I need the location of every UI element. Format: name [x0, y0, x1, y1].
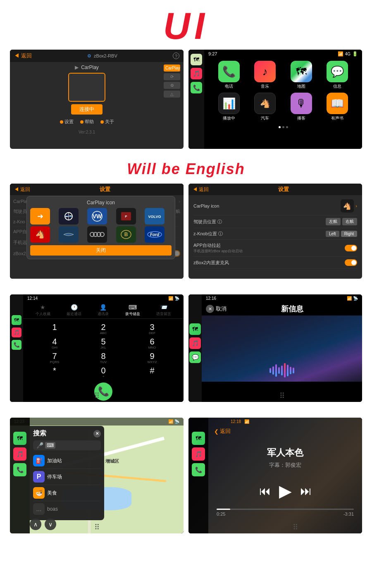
s8-back-btn[interactable]: ❮ 返回 — [214, 428, 231, 435]
home-icon[interactable]: ⠿ — [94, 391, 100, 400]
tab-voicemail-label: 语音留言 — [156, 311, 171, 317]
s7-close-btn[interactable]: ✕ — [93, 430, 101, 437]
s3-icon-ford[interactable]: Ford — [145, 226, 165, 243]
s1-dot-settings — [60, 120, 63, 124]
key-1[interactable]: 1 — [31, 323, 78, 335]
s6-cancel-btn[interactable]: ✕ 取消 — [206, 305, 227, 313]
s8-play-btn[interactable]: ▶ — [279, 481, 292, 500]
s8-progress-bar[interactable] — [217, 509, 354, 510]
s3-icon-volvo[interactable]: VOLVO — [145, 208, 165, 225]
s4-autolaunch-toggle[interactable] — [345, 245, 357, 251]
tab-favorites[interactable]: ★ 个人收藏 — [36, 304, 50, 317]
s7-side-maps[interactable]: 🗺 — [13, 432, 26, 445]
s7-home-icon[interactable]: ⠿ — [94, 523, 100, 532]
s7-result-parking[interactable]: P 停车场 — [33, 469, 101, 485]
s8-side-phone[interactable]: 📞 — [192, 463, 205, 476]
key-2[interactable]: 2ABC — [80, 323, 126, 335]
app-music[interactable]: ♪ 音乐 — [249, 61, 282, 89]
s8-forward-btn[interactable]: ⏭ — [300, 484, 312, 498]
s5-dialpad-grid: 1 2ABC 3DEF 4GHI 5JKL 6MNO 7PQRS 8TUV 9W… — [23, 319, 184, 381]
s8-home-icon[interactable]: ⠿ — [293, 523, 298, 532]
s6-home-icon[interactable]: ⠿ — [279, 391, 285, 400]
s1-dot-about — [100, 120, 104, 124]
s6-side-music[interactable]: 🎵 — [189, 337, 201, 349]
s7-more-label: boas — [47, 506, 58, 512]
s3-icon-orange-arrow[interactable]: ➜ — [30, 208, 50, 225]
s4-autolaunch-left: APP自动拉起 手机连接时zBox app自动启动 — [193, 242, 243, 254]
s4-left-btn[interactable]: 左舷 — [326, 218, 341, 225]
key-0[interactable]: 0+ — [80, 366, 126, 378]
s5-side-maps[interactable]: 🗺 — [12, 315, 21, 325]
s3-icon-ferrari[interactable]: 🐴 — [30, 226, 50, 243]
s4-left-btn2[interactable]: Left — [326, 231, 339, 237]
s4-driver-row[interactable]: 驾驶员位置 ⓘ 左舷 右舷 — [193, 215, 357, 228]
s7-side-phone[interactable]: 📞 — [13, 463, 26, 476]
s1-carplay-tag[interactable]: CarPlay — [164, 65, 180, 72]
tab-contacts[interactable]: 👤 通讯录 — [98, 304, 109, 317]
s4-autolaunch-row[interactable]: APP自动拉起 手机连接时zBox app自动启动 — [193, 240, 357, 257]
s1-help-item[interactable]: 帮助 — [80, 119, 94, 125]
s3-back-btn[interactable]: ◀ 返回 — [14, 186, 30, 193]
s1-help-btn[interactable]: ? — [173, 53, 179, 59]
s3-icon-bentley[interactable]: B — [116, 226, 136, 243]
s6-cancel-label: 取消 — [216, 305, 227, 313]
s7-search-bar[interactable]: 🎤 ⌨ — [33, 440, 101, 450]
s6-side-msg[interactable]: 💬 — [189, 351, 201, 363]
key-hash[interactable]: # — [129, 366, 175, 378]
sidebar-maps-icon[interactable]: 🗺 — [191, 54, 202, 65]
s5-side-music[interactable]: 🎵 — [12, 327, 21, 337]
s4-right-btn[interactable]: 右舷 — [342, 218, 357, 225]
sidebar-music-icon[interactable]: 🎵 — [191, 68, 202, 79]
key-5[interactable]: 5JKL — [80, 337, 126, 349]
s2-page-dots — [204, 124, 362, 130]
s3-icon-audi[interactable] — [87, 226, 107, 243]
s8-rewind-btn[interactable]: ⏮ — [259, 484, 271, 498]
s8-side-maps[interactable]: 🗺 — [192, 432, 205, 445]
s4-mic-row[interactable]: zBox2内置麦克风 — [193, 257, 357, 269]
contacts-icon: 👤 — [100, 304, 107, 311]
key-4[interactable]: 4GHI — [31, 337, 78, 349]
s1-about[interactable]: 关于 — [100, 119, 114, 125]
tab-keypad[interactable]: ⌨ 拨号键盘 — [125, 304, 140, 317]
s4-title: 设置 — [209, 186, 358, 193]
s4-zknob-row[interactable]: z-Knob位置 ⓘ Left Right — [193, 228, 357, 240]
tab-recents[interactable]: 🕐 最近通话 — [67, 304, 81, 317]
s3-icon-porsche[interactable]: P — [116, 208, 136, 225]
app-podcast[interactable]: 🎙 播客 — [285, 93, 318, 121]
app-maps[interactable]: 🗺 地图 — [285, 61, 318, 89]
app-phone[interactable]: 📞 电话 — [212, 61, 246, 89]
key-9[interactable]: 9WXYZ — [129, 352, 175, 364]
key-3[interactable]: 3DEF — [129, 323, 175, 335]
s5-sidebar: 🗺 🎵 📞 — [10, 294, 23, 402]
s7-result-gas[interactable]: ⛽ 加油站 — [33, 453, 101, 469]
s1-settings[interactable]: 设置 — [60, 119, 74, 125]
s3-icon-aston[interactable] — [59, 226, 79, 243]
key-star[interactable]: * — [31, 366, 78, 378]
s6-side-maps[interactable]: 🗺 — [189, 323, 201, 335]
sidebar-phone-icon[interactable]: 📞 — [191, 82, 202, 93]
key-6[interactable]: 6MNO — [129, 337, 175, 349]
s2-sidebar: 🗺 🎵 📞 — [188, 50, 204, 149]
app-messages[interactable]: 💬 信息 — [321, 61, 354, 89]
key-8[interactable]: 8TUV — [80, 352, 126, 364]
tab-voicemail[interactable]: 📨 语音留言 — [156, 304, 171, 317]
key-7[interactable]: 7PQRS — [31, 352, 78, 364]
s4-back-btn[interactable]: ◀ 返回 — [193, 186, 209, 193]
s1-connect-btn[interactable]: 连接中 — [71, 104, 103, 115]
s3-close-btn[interactable]: 关闭 — [30, 245, 172, 256]
s8-side-music[interactable]: 🎵 — [192, 447, 205, 461]
app-ferrari[interactable]: 🐴 汽车 — [249, 93, 282, 121]
s4-right-btn2[interactable]: Right — [341, 231, 357, 237]
s1-back-btn[interactable]: ◀ 返回 — [14, 52, 32, 60]
s5-side-phone[interactable]: 📞 — [12, 340, 21, 350]
s4-carplay-icon-row[interactable]: CarPlay icon 🐴 › — [193, 197, 357, 215]
network-label: 4G — [345, 52, 351, 56]
app-books[interactable]: 📖 有声书 — [321, 93, 354, 121]
s7-side-music[interactable]: 🎵 — [13, 447, 26, 461]
s3-icon-bmw[interactable] — [59, 208, 79, 225]
s7-result-food[interactable]: 🍜 美食 — [33, 485, 101, 501]
s3-icon-vw[interactable]: VW — [87, 208, 107, 225]
s7-wifi: 📡 — [174, 419, 179, 424]
s4-mic-toggle[interactable] — [345, 259, 357, 266]
app-nowplaying[interactable]: 📊 播放中 — [212, 93, 246, 121]
